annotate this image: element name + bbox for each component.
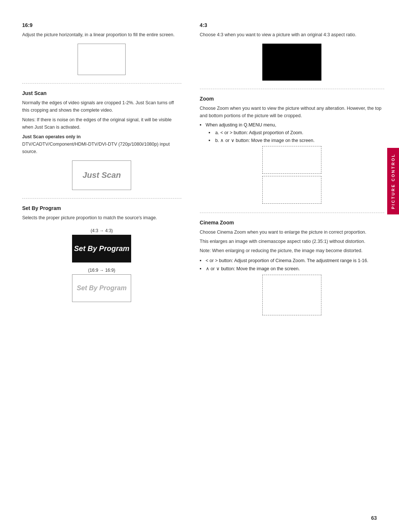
page-number: 63	[371, 515, 377, 521]
preview-sbp-black: Set By Program	[72, 235, 131, 262]
body-169: Adjust the picture horizontally, in a li…	[22, 31, 181, 38]
title-43: 4:3	[200, 22, 384, 28]
preview-zoom-dashed-top	[262, 146, 321, 174]
side-tab: PICTURE CONTROL	[387, 148, 399, 214]
zoom-sub-list: a. < or > button: Adjust proportion of Z…	[209, 129, 384, 144]
body-just-scan-2: Notes: If there is noise on the edges of…	[22, 116, 181, 131]
preview-43-wrapper	[200, 44, 384, 81]
arrow-right-2: →	[99, 268, 104, 273]
cinema-zoom-bullet-list: < or > button: Adjust proportion of Cine…	[200, 257, 384, 272]
body-just-scan-1: Normally the edges of video signals are …	[22, 99, 181, 114]
preview-just-scan-wrapper: Just Scan	[22, 160, 181, 190]
page-container: PICTURE CONTROL 16:9 Adjust the picture …	[0, 0, 399, 532]
zoom-bullet-list: When adjusting in Q.MENU menu, a. < or >…	[200, 122, 384, 144]
just-scan-source-line: DTV/CADTV/Component/HDMI-DTV/DVI-DTV (72…	[22, 140, 181, 155]
section-zoom: Zoom Choose Zoom when you want to view t…	[200, 89, 384, 213]
preview-43-black	[262, 44, 321, 81]
caption-sbp-1: (4:3 → 4:3)	[91, 228, 113, 233]
preview-sbp-1-wrapper: (4:3 → 4:3) Set By Program	[22, 227, 181, 262]
cinema-zoom-bullet-1: < or > button: Adjust proportion of Cine…	[200, 257, 384, 264]
arrow-right-1: →	[99, 228, 104, 233]
section-43: 4:3 Choose 4:3 when you want to view a p…	[200, 22, 384, 89]
main-content: 16:9 Adjust the picture horizontally, in…	[22, 22, 384, 324]
preview-zoom-dashed-bottom	[262, 176, 321, 204]
preview-sbp-white: Set By Program	[72, 274, 131, 302]
section-just-scan: Just Scan Normally the edges of video si…	[22, 83, 181, 198]
side-tab-label: PICTURE CONTROL	[391, 153, 395, 209]
body-set-by-program: Selects the proper picture proportion to…	[22, 214, 181, 221]
body-zoom: Choose Zoom when you want to view the pi…	[200, 105, 384, 119]
title-cinema-zoom: Cinema Zoom	[200, 220, 384, 226]
section-set-by-program: Set By Program Selects the proper pictur…	[22, 198, 181, 310]
right-column: 4:3 Choose 4:3 when you want to view a p…	[192, 22, 384, 324]
title-just-scan: Just Scan	[22, 90, 181, 96]
preview-169-wrapper	[22, 44, 181, 75]
zoom-sub-b: b. ∧ or ∨ button: Move the image on the …	[209, 137, 384, 144]
cinema-zoom-bullet-2: ∧ or ∨ button: Move the image on the scr…	[200, 265, 384, 272]
zoom-sub-a: a. < or > button: Adjust proportion of Z…	[209, 129, 384, 136]
title-set-by-program: Set By Program	[22, 205, 181, 211]
left-column: 16:9 Adjust the picture horizontally, in…	[22, 22, 192, 324]
preview-sbp-2-wrapper: (16:9 → 16:9) Set By Program	[22, 266, 181, 302]
preview-cinema-zoom-dashed	[262, 275, 321, 315]
body-cinema-zoom-1: Choose Cinema Zoom when you want to enla…	[200, 228, 384, 236]
just-scan-bold-line: Just Scan operates only in	[22, 133, 181, 140]
section-cinema-zoom: Cinema Zoom Choose Cinema Zoom when you …	[200, 213, 384, 324]
title-169: 16:9	[22, 22, 181, 28]
preview-169	[78, 44, 126, 75]
section-169: 16:9 Adjust the picture horizontally, in…	[22, 22, 181, 83]
caption-sbp-2: (16:9 → 16:9)	[88, 268, 115, 273]
preview-just-scan: Just Scan	[72, 160, 131, 190]
body-43: Choose 4:3 when you want to view a pictu…	[200, 31, 384, 38]
title-zoom: Zoom	[200, 96, 384, 102]
body-cinema-zoom-3: Note: When enlarging or reducing the pic…	[200, 247, 384, 254]
zoom-bullet-1: When adjusting in Q.MENU menu, a. < or >…	[200, 122, 384, 144]
body-cinema-zoom-2: This enlarges an image with cinemascope …	[200, 238, 384, 245]
